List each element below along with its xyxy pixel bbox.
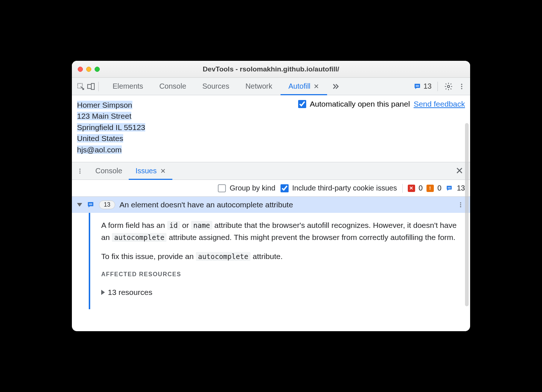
svg-point-11 [80,172,81,173]
tab-elements[interactable]: Elements [105,78,151,95]
svg-point-6 [461,84,462,85]
settings-icon[interactable] [444,82,453,91]
issues-counter[interactable]: 13 [413,82,432,90]
address-country: United States [77,134,123,143]
error-badge-icon: ✕ [408,185,415,192]
separator [402,184,403,193]
issue-count-badge: 13 [99,200,115,209]
close-icon[interactable]: ✕ [314,82,319,90]
svg-rect-14 [89,204,92,204]
traffic-lights [78,67,100,72]
svg-point-8 [461,88,462,89]
svg-rect-3 [415,85,419,85]
tab-sources[interactable]: Sources [194,78,237,95]
issue-description-1: A form field has an id or name attribute… [101,219,461,243]
svg-rect-12 [448,187,451,187]
svg-rect-13 [448,188,451,188]
drawer-tab-issues[interactable]: Issues ✕ [129,162,172,180]
address-city: Springfield IL 55123 [77,123,145,132]
drawer-close-button[interactable]: ✕ [453,164,466,178]
window-title: DevTools - rsolomakhin.github.io/autofil… [72,65,470,73]
zoom-window-button[interactable] [95,67,100,72]
auto-open-checkbox[interactable] [298,100,306,108]
drawer-tabs: Console Issues ✕ ✕ [72,162,470,180]
autofill-address: Homer Simpson 123 Main Street Springfiel… [77,100,145,155]
warning-badge-icon: ! [426,185,434,192]
drawer-menu-icon[interactable] [76,167,84,175]
expand-icon[interactable] [77,203,82,207]
close-window-button[interactable] [78,67,83,72]
info-badge-icon [445,184,453,192]
toolbar-separator [437,82,438,91]
third-party-checkbox[interactable] [281,184,289,192]
device-toolbar-icon[interactable] [86,81,96,92]
tab-label: Network [245,82,272,90]
auto-open-label: Automatically open this panel [310,100,410,108]
svg-rect-15 [89,204,92,205]
issue-counts: ✕ 0 ! 0 13 [408,184,465,192]
more-options-icon[interactable] [457,82,466,91]
devtools-window: DevTools - rsolomakhin.github.io/autofil… [72,61,470,331]
address-email: hjs@aol.com [77,145,122,154]
code-id: id [167,221,180,230]
code-autocomplete: autocomplete [112,233,166,242]
issue-body: A form field has an id or name attribute… [89,213,470,309]
message-icon [413,82,421,90]
issues-filter-bar: Group by kind Include third-party cookie… [72,180,470,197]
svg-point-18 [460,206,461,207]
tab-console[interactable]: Console [151,78,194,95]
resources-label: 13 resources [108,286,152,299]
svg-point-16 [460,202,461,203]
code-name: name [191,221,212,230]
autofill-panel: Homer Simpson 123 Main Street Springfiel… [72,95,470,162]
minimize-window-button[interactable] [86,67,91,72]
svg-point-17 [460,204,461,206]
titlebar: DevTools - rsolomakhin.github.io/autofil… [72,61,470,78]
svg-rect-2 [91,83,94,89]
tab-label: Console [95,167,122,175]
tab-label: Autofill [289,82,311,90]
send-feedback-link[interactable]: Send feedback [414,100,465,108]
svg-point-9 [80,169,81,170]
group-by-kind-label: Group by kind [230,184,275,192]
info-count: 13 [457,184,465,192]
resources-toggle[interactable]: 13 resources [101,286,461,299]
tab-label: Elements [113,82,143,90]
affected-resources-heading: AFFECTED RESOURCES [101,270,461,279]
svg-point-7 [461,86,462,87]
issue-description-2: To fix this issue, provide an autocomple… [101,251,461,263]
panel-controls: Automatically open this panel Send feedb… [298,100,465,108]
inspect-element-icon[interactable] [76,81,86,92]
toolbar-right: 13 [413,82,466,91]
address-name: Homer Simpson [77,101,132,109]
more-tabs-button[interactable] [327,78,343,95]
toolbar-separator [98,82,99,91]
svg-point-10 [80,170,81,171]
issue-header[interactable]: 13 An element doesn't have an autocomple… [72,197,470,213]
drawer-tab-console[interactable]: Console [89,162,129,180]
expand-right-icon[interactable] [101,290,105,295]
issue-menu-icon[interactable] [456,200,465,209]
svg-rect-4 [415,86,419,86]
issue-title: An element doesn't have an autocomplete … [120,200,293,209]
svg-point-5 [447,85,450,88]
address-street: 123 Main Street [77,112,131,120]
third-party-label: Include third-party cookie issues [292,184,397,192]
main-toolbar: Elements Console Sources Network Autofil… [72,78,470,95]
close-icon[interactable]: ✕ [160,167,166,175]
tab-label: Issues [135,167,157,175]
error-count: 0 [419,184,423,192]
message-icon [87,201,95,209]
tab-label: Sources [202,82,229,90]
issue-count: 13 [424,82,432,90]
warning-count: 0 [437,184,442,192]
tab-autofill[interactable]: Autofill ✕ [281,78,327,95]
scrollbar[interactable] [465,123,469,306]
tab-label: Console [159,82,186,90]
tab-network[interactable]: Network [237,78,280,95]
group-by-kind-checkbox[interactable] [218,184,226,192]
code-autocomplete: autocomplete [196,252,250,261]
main-tabs: Elements Console Sources Network Autofil… [105,78,343,95]
